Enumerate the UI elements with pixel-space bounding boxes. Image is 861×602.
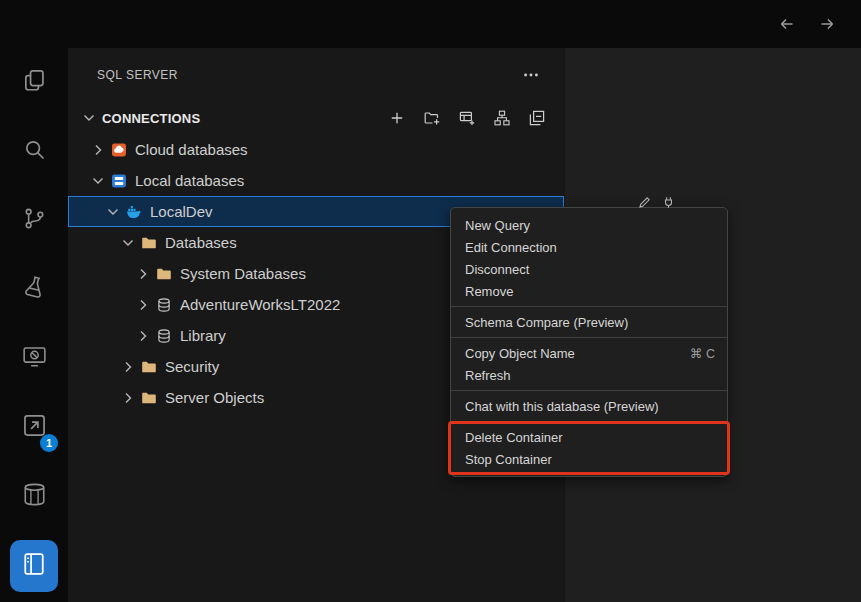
menu-item-label: Edit Connection <box>465 240 557 255</box>
database-icon <box>156 328 172 344</box>
add-connection-icon[interactable] <box>388 109 406 127</box>
tree-item-inline-actions <box>637 195 676 210</box>
menu-item-label: Delete Container <box>465 430 563 445</box>
tree-item-label: Security <box>165 358 219 375</box>
history-nav <box>775 12 839 36</box>
activity-item-testing-flask[interactable] <box>2 255 66 324</box>
edit-connection-icon[interactable] <box>637 195 652 210</box>
tree-item-label: Server Objects <box>165 389 264 406</box>
notification-badge: 1 <box>40 434 58 452</box>
chevron-down-icon[interactable] <box>120 235 136 251</box>
menu-item-remove[interactable]: Remove <box>451 280 727 302</box>
screen-off-icon <box>21 343 48 374</box>
activity-item-source-control[interactable] <box>2 186 66 255</box>
menu-separator <box>451 421 727 422</box>
chevron-right-icon[interactable] <box>135 328 151 344</box>
chevron-right-icon[interactable] <box>90 142 106 158</box>
source-control-icon <box>21 205 48 236</box>
menu-item-label: Chat with this database (Preview) <box>465 399 659 414</box>
item-tile <box>21 343 48 374</box>
menu-item-label: Disconnect <box>465 262 529 277</box>
menu-item-label: New Query <box>465 218 530 233</box>
menu-item-schema-compare-preview[interactable]: Schema Compare (Preview) <box>451 311 727 333</box>
menu-item-new-query[interactable]: New Query <box>451 214 727 236</box>
tree-item-label: Cloud databases <box>135 141 248 158</box>
connections-section-header[interactable]: CONNECTIONS <box>68 102 564 134</box>
new-deployment-icon[interactable] <box>458 109 476 127</box>
menu-item-stop-container[interactable]: Stop Container <box>451 448 727 470</box>
activity-item-containers-barrel[interactable] <box>2 462 66 531</box>
connect-hierarchy-icon[interactable] <box>493 109 511 127</box>
chevron-right-icon[interactable] <box>120 359 136 375</box>
tree-item-label: AdventureWorksLT2022 <box>180 296 340 313</box>
folder-icon <box>156 266 172 282</box>
menu-separator <box>451 306 727 307</box>
more-actions-icon[interactable] <box>522 66 540 84</box>
sidebar-header: SQL SERVER <box>68 48 564 102</box>
menu-item-copy-object-name[interactable]: Copy Object Name⌘ C <box>451 342 727 364</box>
activity-item-search[interactable] <box>2 117 66 186</box>
item-tile <box>21 274 48 305</box>
item-tile <box>21 67 48 98</box>
item-tile <box>21 481 48 512</box>
nav-forward-icon[interactable] <box>815 12 839 36</box>
menu-item-edit-connection[interactable]: Edit Connection <box>451 236 727 258</box>
copy-icon <box>21 67 48 98</box>
tree-item-label: Local databases <box>135 172 244 189</box>
tree-item-label: System Databases <box>180 265 306 282</box>
docker-icon <box>126 204 142 220</box>
chevron-down-icon[interactable] <box>90 173 106 189</box>
local-db-icon <box>111 173 127 189</box>
folder-icon <box>141 359 157 375</box>
menu-item-refresh[interactable]: Refresh <box>451 364 727 386</box>
flask-icon <box>21 274 48 305</box>
chevron-right-icon[interactable] <box>120 390 136 406</box>
item-tile <box>21 136 48 167</box>
connections-section-label: CONNECTIONS <box>102 111 200 126</box>
tree-item-cloud-databases[interactable]: Cloud databases <box>68 134 564 165</box>
menu-item-delete-container[interactable]: Delete Container <box>451 426 727 448</box>
menu-item-label: Refresh <box>465 368 511 383</box>
folder-icon <box>141 235 157 251</box>
menu-item-label: Schema Compare (Preview) <box>465 315 628 330</box>
menu-item-label: Stop Container <box>465 452 552 467</box>
menu-item-label: Remove <box>465 284 513 299</box>
chevron-right-icon[interactable] <box>135 297 151 313</box>
database-icon <box>156 297 172 313</box>
tree-item-label: Databases <box>165 234 237 251</box>
activity-item-sql-server[interactable] <box>2 531 66 600</box>
barrel-icon <box>21 481 48 512</box>
cloud-db-icon <box>111 142 127 158</box>
chevron-down-icon[interactable] <box>81 110 97 126</box>
activity-item-copy-pages[interactable] <box>2 48 66 117</box>
activity-item-screen-preview-off[interactable] <box>2 324 66 393</box>
folder-icon <box>141 390 157 406</box>
context-menu: New QueryEdit ConnectionDisconnectRemove… <box>450 207 728 477</box>
chevron-right-icon[interactable] <box>135 266 151 282</box>
tree-item-label: LocalDev <box>150 203 213 220</box>
activity-bar: 1 <box>0 48 68 602</box>
vscode-window: 1 SQL SERVER CONNECTIONS Cloud databases… <box>0 0 861 602</box>
title-bar <box>0 0 861 48</box>
collapse-all-icon[interactable] <box>528 109 546 127</box>
sidebar-title: SQL SERVER <box>97 68 178 82</box>
active-item-tile <box>10 540 58 592</box>
chevron-down-icon[interactable] <box>105 204 121 220</box>
item-tile <box>21 205 48 236</box>
server-side-icon <box>20 550 48 582</box>
nav-back-icon[interactable] <box>775 12 799 36</box>
menu-item-disconnect[interactable]: Disconnect <box>451 258 727 280</box>
new-connection-group-icon[interactable] <box>423 109 441 127</box>
menu-item-label: Copy Object Name <box>465 346 575 361</box>
menu-separator <box>451 337 727 338</box>
menu-item-chat-with-this-database-preview[interactable]: Chat with this database (Preview) <box>451 395 727 417</box>
menu-item-shortcut: ⌘ C <box>690 346 715 361</box>
activity-item-export-box[interactable]: 1 <box>2 393 66 462</box>
tree-item-local-databases[interactable]: Local databases <box>68 165 564 196</box>
search-icon <box>21 136 48 167</box>
connections-toolbar <box>388 109 546 127</box>
menu-separator <box>451 390 727 391</box>
disconnect-icon[interactable] <box>661 195 676 210</box>
tree-item-label: Library <box>180 327 226 344</box>
